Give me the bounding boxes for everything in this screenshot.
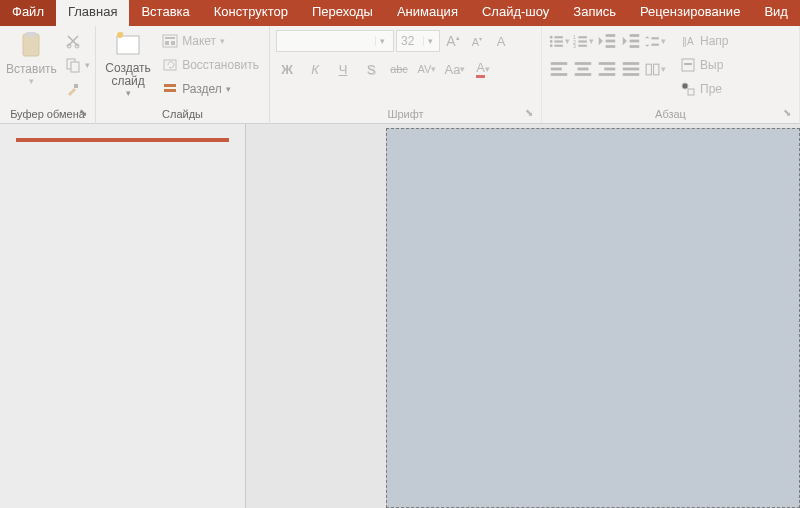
- svg-rect-11: [165, 41, 169, 45]
- svg-rect-29: [606, 40, 616, 43]
- text-direction-label: Напр: [700, 34, 729, 48]
- align-center-button[interactable]: [572, 58, 594, 80]
- change-case-button[interactable]: Aa: [444, 58, 466, 80]
- copy-button[interactable]: ▾: [61, 54, 94, 76]
- strike-button[interactable]: abc: [388, 58, 410, 80]
- convert-smartart-button[interactable]: Пре: [676, 78, 733, 100]
- svg-rect-46: [623, 68, 640, 71]
- tab-insert[interactable]: Вставка: [129, 0, 201, 26]
- thumbnail-insertion-cursor: [16, 138, 229, 142]
- svg-rect-54: [688, 89, 694, 95]
- reset-button[interactable]: Восстановить: [158, 54, 263, 76]
- slide-placeholder[interactable]: [386, 128, 800, 508]
- align-left-button[interactable]: [548, 58, 570, 80]
- char-spacing-button[interactable]: AV: [416, 58, 438, 80]
- tab-design[interactable]: Конструктор: [202, 0, 300, 26]
- text-direction-icon: ‖A: [680, 33, 696, 49]
- eraser-icon: A: [497, 34, 506, 49]
- tab-review[interactable]: Рецензирование: [628, 0, 752, 26]
- text-direction-button[interactable]: ‖AНапр: [676, 30, 733, 52]
- slide-canvas[interactable]: [246, 124, 800, 508]
- italic-button[interactable]: К: [304, 58, 326, 80]
- font-name-input[interactable]: [277, 34, 375, 48]
- justify-button[interactable]: [620, 58, 642, 80]
- tab-animations[interactable]: Анимация: [385, 0, 470, 26]
- clear-formatting-button[interactable]: A: [490, 30, 512, 52]
- group-slides: Создать слайд ▾ Макет Восстановить Разде…: [96, 26, 270, 124]
- scissors-icon: [65, 33, 81, 49]
- tab-slideshow[interactable]: Слайд-шоу: [470, 0, 561, 26]
- chevron-down-icon: ▾: [423, 36, 437, 46]
- align-text-button[interactable]: Выр: [676, 54, 733, 76]
- spacing-icon: AV: [418, 63, 432, 75]
- line-spacing-button[interactable]: [644, 30, 666, 52]
- shrink-font-button[interactable]: A▾: [466, 30, 488, 52]
- increase-indent-button[interactable]: [620, 30, 642, 52]
- reset-icon: [162, 57, 178, 73]
- bullets-button[interactable]: [548, 30, 570, 52]
- cut-button[interactable]: [61, 30, 94, 52]
- paste-button[interactable]: Вставить ▾: [6, 30, 57, 86]
- shrink-font-icon: A▾: [472, 35, 482, 48]
- ribbon: Вставить ▾ ▾ Буфер обмена ⬊ Создать слай…: [0, 26, 800, 124]
- workspace: [0, 124, 800, 508]
- underline-button[interactable]: Ч: [332, 58, 354, 80]
- shadow-button[interactable]: S: [360, 58, 382, 80]
- grow-font-button[interactable]: A▴: [442, 30, 464, 52]
- font-name-combo[interactable]: ▾: [276, 30, 394, 52]
- tab-file[interactable]: Файл: [0, 0, 56, 26]
- align-right-icon: [596, 58, 618, 80]
- new-slide-button[interactable]: Создать слайд ▾: [102, 30, 154, 98]
- tab-transitions[interactable]: Переходы: [300, 0, 385, 26]
- svg-rect-10: [165, 37, 175, 39]
- format-painter-button[interactable]: [61, 78, 94, 100]
- group-font: ▾ ▾ A▴ A▾ A Ж К Ч S abc AV Aa A Шр: [270, 26, 542, 124]
- svg-rect-49: [654, 64, 659, 75]
- font-size-combo[interactable]: ▾: [396, 30, 440, 52]
- svg-rect-35: [651, 43, 658, 45]
- strike-icon: abc: [390, 63, 408, 75]
- font-color-button[interactable]: A: [472, 58, 494, 80]
- group-slides-label: Слайды: [96, 106, 269, 124]
- columns-icon: [644, 61, 661, 78]
- svg-rect-23: [578, 36, 587, 38]
- chevron-down-icon: ▾: [375, 36, 389, 46]
- tab-home[interactable]: Главная: [56, 0, 129, 26]
- svg-rect-48: [646, 64, 651, 75]
- paste-label: Вставить: [6, 62, 57, 76]
- svg-rect-30: [606, 45, 616, 48]
- svg-rect-12: [171, 41, 175, 45]
- paragraph-launcher[interactable]: ⬊: [783, 108, 795, 120]
- numbering-button[interactable]: 123: [572, 30, 594, 52]
- group-paragraph-label: Абзац: [542, 106, 799, 124]
- align-right-button[interactable]: [596, 58, 618, 80]
- numbering-icon: 123: [572, 33, 589, 50]
- copy-icon: [65, 57, 81, 73]
- svg-text:‖A: ‖A: [682, 36, 694, 47]
- ribbon-tabstrip: Файл Главная Вставка Конструктор Переход…: [0, 0, 800, 26]
- font-launcher[interactable]: ⬊: [525, 108, 537, 120]
- svg-rect-15: [164, 89, 176, 92]
- tab-view[interactable]: Вид: [752, 0, 800, 26]
- smartart-label: Пре: [700, 82, 722, 96]
- bold-icon: Ж: [281, 62, 293, 77]
- tab-record[interactable]: Запись: [561, 0, 628, 26]
- svg-point-53: [682, 83, 688, 89]
- decrease-indent-button[interactable]: [596, 30, 618, 52]
- svg-rect-6: [74, 84, 78, 88]
- section-button[interactable]: Раздел: [158, 78, 263, 100]
- svg-rect-47: [623, 73, 640, 76]
- layout-icon: [162, 33, 178, 49]
- layout-button[interactable]: Макет: [158, 30, 263, 52]
- svg-rect-39: [575, 62, 592, 65]
- svg-rect-43: [604, 68, 615, 71]
- font-size-input[interactable]: [397, 34, 423, 48]
- columns-button[interactable]: [644, 58, 666, 80]
- slide-thumbnail-pane[interactable]: [0, 124, 246, 508]
- new-slide-icon: [111, 30, 145, 60]
- svg-rect-7: [117, 36, 139, 54]
- align-center-icon: [572, 58, 594, 80]
- bold-button[interactable]: Ж: [276, 58, 298, 80]
- svg-point-16: [550, 35, 553, 38]
- clipboard-launcher[interactable]: ⬊: [79, 108, 91, 120]
